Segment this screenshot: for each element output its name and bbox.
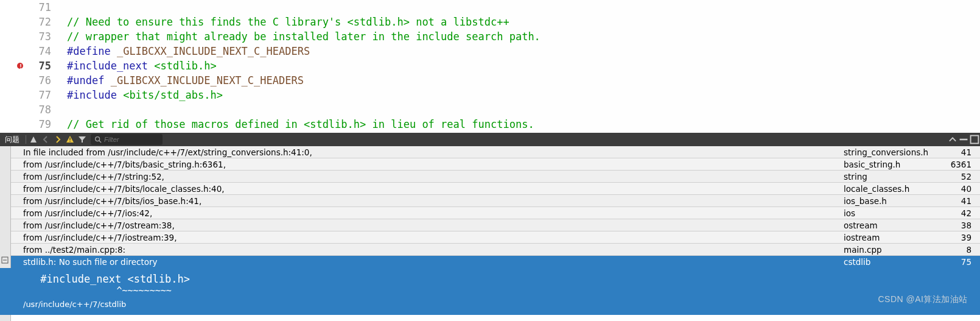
problems-list[interactable]: In file included from /usr/include/c++/7… [0,146,980,321]
problem-line: 52 [945,172,980,182]
code-content[interactable]: // wrapper that might already be install… [60,29,980,44]
problem-message: from /usr/include/c++/7/bits/ios_base.h:… [23,196,841,206]
problem-line: 38 [945,220,980,230]
svg-rect-0 [69,138,70,140]
build-icon[interactable] [28,134,39,145]
problem-file: locale_classes.h [841,184,945,194]
svg-rect-1 [69,141,70,141]
problem-message: from /usr/include/c++/7/ostream:38, [23,220,841,230]
prev-icon[interactable] [40,134,51,145]
problem-file: main.cpp [841,245,945,255]
line-number: 72 [0,15,60,29]
problem-file: iostream [841,233,945,242]
problem-row[interactable]: from /usr/include/c++/7/ostream:38,ostre… [0,219,980,231]
code-editor[interactable]: 7172// Need to ensure this finds the C l… [0,0,980,133]
code-line[interactable]: 76#undef _GLIBCXX_INCLUDE_NEXT_C_HEADERS [0,73,980,88]
problem-detail: #include_next <stdlib.h> ^~~~~~~~~~/usr/… [0,268,980,315]
next-icon[interactable] [52,134,63,145]
code-content[interactable]: #undef _GLIBCXX_INCLUDE_NEXT_C_HEADERS [60,73,980,88]
code-content[interactable]: #define _GLIBCXX_INCLUDE_NEXT_C_HEADERS [60,44,980,58]
problem-row[interactable]: from /usr/include/c++/7/bits/locale_clas… [0,183,980,195]
line-number: 73 [0,29,60,44]
code-content[interactable]: #include_next <stdlib.h> [60,58,980,73]
problem-message: In file included from /usr/include/c++/7… [23,147,841,157]
problem-line: 39 [945,233,980,242]
problem-file: ios [841,208,945,218]
problem-row[interactable]: In file included from /usr/include/c++/7… [0,146,980,158]
code-content[interactable]: // Need to ensure this finds the C libra… [60,15,980,29]
code-content[interactable] [60,102,980,117]
error-snippet: #include_next <stdlib.h> [23,270,980,285]
line-number: 74 [0,44,60,58]
problem-message: from /usr/include/c++/7/bits/locale_clas… [23,184,841,194]
collapse-icon[interactable] [1,256,9,263]
problem-line: 8 [945,245,980,255]
line-number: 79 [0,117,60,132]
problem-row[interactable]: from /usr/include/c++/7/bits/ios_base.h:… [0,195,980,207]
problem-file: ostream [841,220,945,230]
problems-tab[interactable]: 问题 [0,133,24,146]
problem-file: string_conversions.h [841,147,945,157]
svg-rect-4 [960,139,968,141]
problem-row[interactable]: from /usr/include/c++/7/iostream:39,iost… [0,231,980,244]
minimize-icon[interactable] [958,134,969,145]
problem-line: 41 [945,147,980,157]
problem-file: basic_string.h [841,160,945,169]
code-line[interactable]: 72// Need to ensure this finds the C lib… [0,15,980,29]
problem-message: from /usr/include/c++/7/string:52, [23,172,841,182]
code-line[interactable]: 73// wrapper that might already be insta… [0,29,980,44]
code-line[interactable]: 71 [0,0,980,15]
code-line[interactable]: 78 [0,102,980,117]
problem-message: from /usr/include/c++/7/ios:42, [23,208,841,218]
problem-line: 75 [945,257,980,267]
line-number: 71 [0,0,60,15]
problem-message: from /usr/include/c++/7/bits/basic_strin… [23,160,841,169]
line-number: 78 [0,102,60,117]
problem-line: 42 [945,208,980,218]
problem-row[interactable]: from /usr/include/c++/7/bits/basic_strin… [0,158,980,171]
line-number: 76 [0,73,60,88]
problems-panel: 问题 In file included from /usr [0,133,980,321]
problem-file: ios_base.h [841,196,945,206]
code-line[interactable]: 79// Get rid of those macros defined in … [0,117,980,132]
error-path: /usr/include/c++/7/cstdlib [23,296,980,311]
line-number: 77 [0,88,60,102]
problem-message: from /usr/include/c++/7/iostream:39, [23,233,841,242]
maximize-icon[interactable] [969,134,980,145]
problem-message: !stdlib.h: No such file or directory [23,257,841,267]
problem-row-selected[interactable]: !stdlib.h: No such file or directorycstd… [0,256,980,268]
code-content[interactable]: // Get rid of those macros defined in <s… [60,117,980,132]
code-content[interactable]: #include <bits/std_abs.h> [60,88,980,102]
filter-input[interactable] [104,136,159,143]
problem-row[interactable]: from /usr/include/c++/7/ios:42,ios42 [0,207,980,219]
code-line[interactable]: 77#include <bits/std_abs.h> [0,88,980,102]
problem-message: from ../test2/main.cpp:8: [23,245,841,255]
funnel-icon[interactable] [77,134,88,145]
code-line[interactable]: 75#include_next <stdlib.h> [0,58,980,73]
problem-line: 41 [945,196,980,206]
problem-row[interactable]: from ../test2/main.cpp:8:main.cpp8 [0,244,980,256]
code-line[interactable]: 74#define _GLIBCXX_INCLUDE_NEXT_C_HEADER… [0,44,980,58]
svg-line-3 [99,141,101,143]
line-number: 75 [0,58,60,73]
collapse-up-icon[interactable] [947,134,958,145]
problem-file: cstdlib [841,257,945,267]
problem-file: string [841,172,945,182]
svg-point-2 [96,137,100,141]
problem-row[interactable]: from /usr/include/c++/7/string:52,string… [0,171,980,183]
error-caret: ^~~~~~~~~~ [23,285,980,296]
problems-header: 问题 [0,133,980,146]
problem-line: 40 [945,184,980,194]
filter-box[interactable] [91,134,163,145]
warning-icon[interactable] [65,134,75,145]
code-content[interactable] [60,0,980,15]
search-icon [94,136,102,143]
problem-line: 6361 [945,160,980,169]
svg-rect-5 [971,136,979,144]
